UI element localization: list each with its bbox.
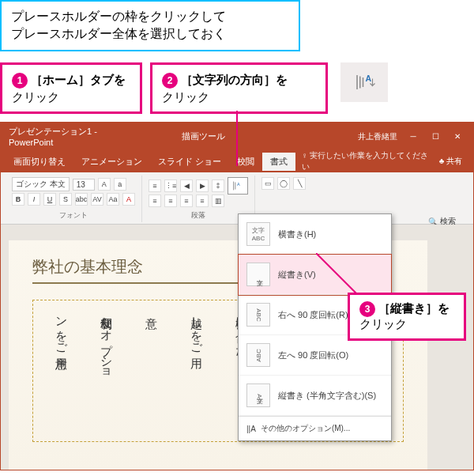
tab-slideshow[interactable]: スライド ショー: [150, 153, 229, 171]
bullet-text: 意: [141, 308, 162, 433]
shape-line-button[interactable]: ╲: [293, 177, 306, 190]
close-button[interactable]: ✕: [450, 131, 465, 142]
ribbon-tabs: 画面切り替え アニメーション スライド ショー 校閲 書式 ♀ 実行したい作業を…: [1, 150, 473, 172]
user-name: 井上香緒里: [268, 131, 397, 142]
indent-dec-button[interactable]: ◀: [180, 179, 193, 192]
italic-button[interactable]: I: [28, 193, 40, 206]
badge-1: 1: [12, 73, 28, 89]
svg-text:A: A: [237, 182, 240, 187]
rotate-left-icon: ABC: [246, 343, 270, 367]
badge-3: 3: [359, 301, 375, 317]
dropdown-item-horizontal[interactable]: 文字 ABC 横書き(H): [239, 214, 391, 255]
dropdown-item-vertical-hankaku[interactable]: 文字 A 縦書き (半角文字含む)(S): [239, 376, 391, 416]
align-left-button[interactable]: ≡: [149, 195, 161, 207]
text-direction-icon-preview: A: [340, 62, 388, 102]
dropdown-label: 右へ 90 度回転(R): [278, 309, 348, 321]
window-title: プレゼンテーション1 - PowerPoint: [9, 126, 138, 147]
callout-1-text-b: クリック: [12, 90, 59, 104]
bullets-button[interactable]: ≡: [149, 179, 161, 192]
ribbon-group-font: ゴシック 本文 13 A a B I U S abc AV Aa A フォント: [6, 176, 142, 222]
dropdown-item-rotate-left[interactable]: ABC 左へ 90 度回転(O): [239, 335, 391, 376]
align-center-button[interactable]: ≡: [164, 195, 177, 207]
justify-button[interactable]: ≡: [196, 195, 209, 207]
instruction-box: プレースホルダーの枠をクリックして プレースホルダー全体を選択しておく: [0, 0, 300, 51]
instruction-line1: プレースホルダーの枠をクリックして: [11, 8, 289, 25]
badge-2: 2: [162, 73, 178, 89]
text-direction-small-icon: ||A: [246, 425, 256, 433]
callout-3: 3［縦書き］を クリック: [348, 293, 466, 341]
ribbon: ゴシック 本文 13 A a B I U S abc AV Aa A フォント …: [1, 172, 473, 225]
tell-me-box[interactable]: ♀ 実行したい作業を入力してください: [295, 150, 433, 172]
shape-circle-button[interactable]: ◯: [277, 177, 290, 190]
slide-canvas-area: 弊社の基本理念 社長からのメッ 設立のモットー したサービ 様に合った 越しをご…: [1, 225, 473, 470]
callout-2: 2［文字列の方向］を クリック: [150, 62, 328, 114]
underline-button[interactable]: U: [43, 193, 56, 206]
columns-button[interactable]: ▥: [212, 195, 224, 207]
maximize-button[interactable]: ☐: [427, 131, 443, 142]
callout-3-text-a: ［縦書き］を: [378, 301, 450, 315]
callout-2-text-a: ［文字列の方向］を: [181, 73, 288, 86]
vertical-hankaku-icon: 文字 A: [246, 383, 270, 407]
line-spacing-button[interactable]: ‡: [212, 179, 224, 192]
shadow-button[interactable]: abc: [75, 193, 88, 206]
bullet-text: 便利なオプショ: [96, 308, 117, 433]
callout-1: 1［ホーム］タブを クリック: [0, 62, 142, 114]
font-name-select[interactable]: ゴシック 本文: [12, 177, 70, 191]
callout-1-text-a: ［ホーム］タブを: [31, 73, 126, 86]
callout-2-text-b: クリック: [162, 90, 209, 104]
dropdown-label: 横書き(H): [278, 229, 316, 240]
bullet-text: ンをご用意: [51, 308, 72, 433]
font-color-button[interactable]: A: [122, 193, 135, 206]
ribbon-label-font: フォント: [12, 210, 135, 221]
bold-button[interactable]: B: [12, 193, 24, 206]
callout-3-text-b: クリック: [359, 317, 407, 331]
shape-rect-button[interactable]: ▭: [261, 177, 274, 190]
dropdown-label: 縦書き (半角文字含む)(S): [278, 390, 376, 402]
spacing-button[interactable]: AV: [91, 193, 103, 206]
tab-transition[interactable]: 画面切り替え: [6, 153, 73, 171]
tab-animation[interactable]: アニメーション: [73, 153, 150, 171]
minimize-button[interactable]: ─: [405, 131, 421, 142]
align-right-button[interactable]: ≡: [180, 195, 193, 207]
bullet-text: 越しをご用: [186, 308, 207, 433]
indent-inc-button[interactable]: ▶: [196, 179, 209, 192]
dropdown-more-options[interactable]: ||A その他のオプション(M)...: [239, 416, 391, 440]
vertical-icon: 文字: [246, 263, 270, 286]
ribbon-label-para: 段落: [149, 210, 248, 221]
tab-review[interactable]: 校閲: [229, 153, 262, 171]
slide-title[interactable]: 弊社の基本理念: [32, 256, 238, 284]
tab-format[interactable]: 書式: [262, 153, 295, 171]
horizontal-icon: 文字 ABC: [246, 222, 270, 246]
text-direction-button[interactable]: A: [228, 177, 248, 195]
titlebar: プレゼンテーション1 - PowerPoint 描画ツール 井上香緒里 ─ ☐ …: [1, 123, 473, 150]
numbering-button[interactable]: ⋮≡: [164, 179, 177, 192]
instruction-line2: プレースホルダー全体を選択しておく: [11, 25, 289, 43]
svg-text:A: A: [366, 73, 372, 82]
dropdown-item-vertical[interactable]: 文字 縦書き(V): [239, 255, 391, 295]
callout-row: 1［ホーム］タブを クリック 2［文字列の方向］を クリック A: [0, 62, 474, 114]
case-button[interactable]: Aa: [107, 193, 119, 206]
dropdown-label: 縦書き(V): [278, 269, 316, 281]
share-button[interactable]: ♣ 共有: [433, 154, 468, 168]
dropdown-label: 左へ 90 度回転(O): [278, 349, 348, 361]
font-size-select[interactable]: 13: [73, 179, 95, 191]
increase-font-button[interactable]: A: [98, 178, 111, 191]
rotate-right-icon: ABC: [246, 303, 270, 327]
window-controls: ─ ☐ ✕: [405, 131, 465, 142]
tool-title: 描画ツール: [138, 130, 268, 142]
decrease-font-button[interactable]: a: [114, 178, 126, 191]
strike-button[interactable]: S: [59, 193, 72, 206]
